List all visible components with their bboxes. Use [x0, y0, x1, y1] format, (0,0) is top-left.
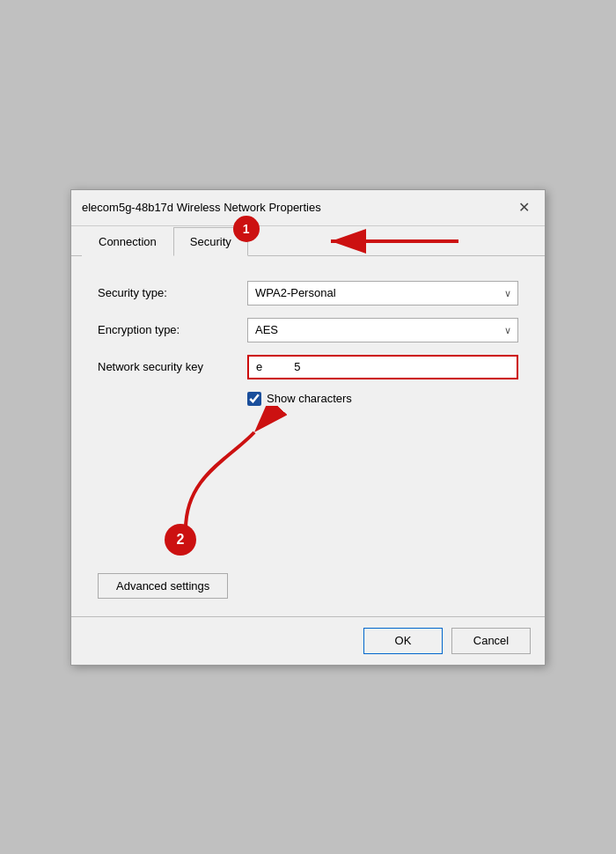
security-type-row: Security type: WPA2-Personal WPA3-Person…: [98, 281, 518, 306]
arrow2-svg: [98, 406, 362, 547]
show-characters-text: Show characters: [267, 392, 352, 405]
encryption-type-label: Encryption type:: [98, 323, 247, 336]
network-key-label: Network security key: [98, 360, 247, 373]
title-bar: elecom5g-48b17d Wireless Network Propert…: [71, 190, 545, 226]
network-key-control: [247, 355, 518, 379]
annotation-badge-1: 1: [233, 216, 260, 242]
annotation-area: 2: [98, 406, 518, 564]
advanced-settings-button[interactable]: Advanced settings: [98, 573, 228, 599]
ok-button[interactable]: OK: [363, 628, 443, 654]
tab-security[interactable]: Security 1: [173, 227, 248, 256]
window-title: elecom5g-48b17d Wireless Network Propert…: [82, 201, 321, 214]
content-area: Security type: WPA2-Personal WPA3-Person…: [71, 256, 545, 616]
security-type-label: Security type:: [98, 286, 247, 299]
show-characters-row: Show characters: [247, 392, 518, 406]
tabs-container: Connection Security 1: [71, 226, 545, 256]
security-type-select[interactable]: WPA2-Personal WPA3-Personal WPA2/WPA3-Pe…: [247, 281, 518, 306]
cancel-button[interactable]: Cancel: [451, 628, 531, 654]
security-type-control: WPA2-Personal WPA3-Personal WPA2/WPA3-Pe…: [247, 281, 518, 306]
show-characters-checkbox[interactable]: [247, 392, 261, 406]
annotation-badge-2: 2: [165, 524, 196, 556]
footer: OK Cancel: [71, 616, 545, 665]
encryption-type-row: Encryption type: AES TKIP ∨: [98, 318, 518, 342]
tab-connection[interactable]: Connection: [82, 227, 173, 256]
close-button[interactable]: ✕: [513, 197, 534, 218]
network-key-row: Network security key: [98, 355, 518, 379]
encryption-type-select[interactable]: AES TKIP: [247, 318, 518, 342]
network-key-input[interactable]: [247, 355, 518, 379]
window: elecom5g-48b17d Wireless Network Propert…: [70, 189, 546, 666]
encryption-type-control: AES TKIP ∨: [247, 318, 518, 342]
show-characters-label[interactable]: Show characters: [247, 392, 352, 406]
